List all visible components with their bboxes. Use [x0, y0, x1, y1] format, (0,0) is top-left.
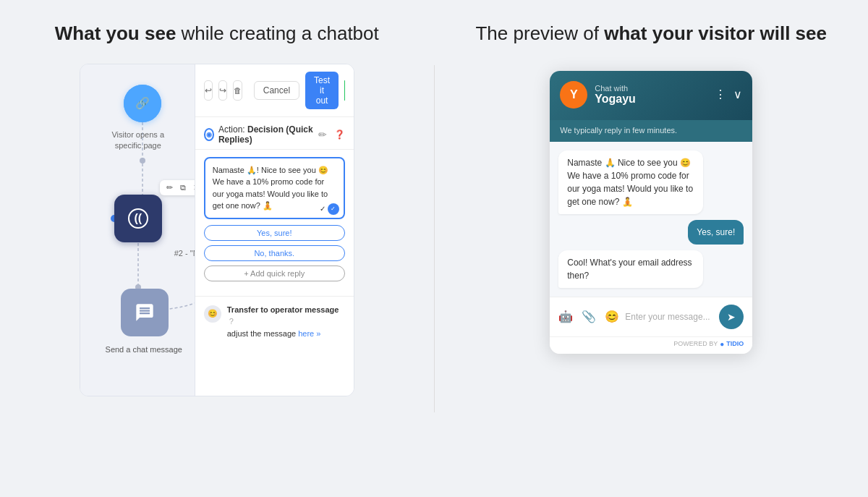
transfer-icon: 😊: [204, 305, 221, 323]
tidio-logo: TIDIO: [726, 340, 744, 347]
right-panel: The preview of what your visitor will se…: [449, 22, 840, 354]
chat-msg-node: [121, 289, 169, 336]
left-heading-bold: What you see: [55, 22, 176, 44]
edit-copy-icon[interactable]: ⧉: [178, 182, 188, 193]
avatar-letter: Y: [570, 88, 578, 101]
left-heading-normal: while creating a chatbot: [182, 22, 379, 44]
delivered-icon: ✓: [320, 203, 326, 214]
yes-sure-button[interactable]: Yes, sure!: [204, 225, 345, 241]
help-decision-icon[interactable]: ❓: [334, 129, 345, 140]
active-indicator: [344, 80, 345, 101]
redo-button[interactable]: ↪: [218, 80, 227, 101]
right-heading: The preview of what your visitor will se…: [475, 22, 827, 46]
message-text: Namaste 🙏! Nice to see you 😊 We have a 1…: [213, 166, 328, 211]
visitor-label: Visitor opens a specific page: [109, 129, 167, 152]
decision-header: ◉ Action: Decision (Quick Replies) ✏ ❓: [195, 117, 354, 150]
edit-pencil-icon[interactable]: ✏: [164, 182, 175, 193]
chat-msg-label: Send a chat message: [101, 345, 187, 354]
cancel-button[interactable]: Cancel: [254, 81, 299, 100]
left-heading: What you see while creating a chatbot: [55, 22, 379, 46]
bot-message-1: Namaste 🙏 Nice to see you 😊 We have a 10…: [558, 150, 703, 214]
right-heading-bold: what your visitor will see: [604, 22, 827, 44]
left-panel: What you see while creating a chatbot: [29, 22, 420, 396]
message-box[interactable]: Namaste 🙏! Nice to see you 😊 We have a 1…: [204, 157, 345, 219]
action-label: Action:: [218, 124, 245, 135]
redo-icon: ↪: [219, 85, 226, 95]
main-container: What you see while creating a chatbot: [0, 0, 868, 497]
message-box-footer: ✓ ✓: [320, 203, 339, 215]
chat-header: Y Chat with Yogayu ⋮ ∨: [550, 71, 752, 120]
user-message-1: Yes, sure!: [688, 220, 744, 245]
action-node: ((: [114, 195, 162, 242]
minimize-icon[interactable]: ∨: [733, 88, 742, 101]
more-options-icon[interactable]: ⋮: [715, 88, 726, 101]
undo-icon: ↩: [205, 85, 212, 95]
action-panel: ↩ ↪ 🗑 Cancel Test it out ◉: [195, 64, 354, 396]
attach-icon[interactable]: 📎: [582, 310, 596, 323]
emoji-bot-icon[interactable]: 🤖: [558, 310, 573, 323]
chat-widget: Y Chat with Yogayu ⋮ ∨ We typically repl…: [550, 71, 752, 354]
chat-subheader: We typically reply in few minutes.: [550, 120, 752, 142]
transfer-text: Transfer to operator message ? adjust th…: [227, 304, 345, 340]
undo-button[interactable]: ↩: [204, 80, 213, 101]
no-thanks-button[interactable]: No, thanks.: [204, 245, 345, 261]
chat-send-button[interactable]: ➤: [719, 305, 744, 329]
chat-footer-icons: 🤖 📎 😊: [558, 310, 619, 323]
right-heading-normal: The preview of: [475, 22, 604, 44]
test-button[interactable]: Test it out: [305, 72, 339, 109]
add-quick-reply-button[interactable]: + Add quick reply: [204, 266, 345, 281]
chat-header-actions: ⋮ ∨: [715, 88, 742, 101]
action-toolbar: ↩ ↪ 🗑 Cancel Test it out: [195, 64, 354, 117]
delete-icon: 🗑: [234, 86, 242, 95]
section-divider: [434, 65, 435, 412]
chat-avatar: Y: [560, 81, 587, 109]
transfer-section: 😊 Transfer to operator message ? adjust …: [195, 296, 354, 347]
chat-input-area: 🤖 📎 😊 Enter your message... ➤: [550, 297, 752, 336]
chat-with-label: Chat with: [595, 84, 707, 93]
powered-by-text: POWERED BY: [673, 340, 718, 347]
send-icon: ➤: [727, 311, 736, 323]
chat-input-placeholder[interactable]: Enter your message...: [625, 312, 713, 322]
transfer-prefix: adjust the message: [227, 329, 298, 338]
chat-messages: Namaste 🙏 Nice to see you 😊 We have a 10…: [550, 142, 752, 297]
chat-header-info: Chat with Yogayu: [595, 84, 707, 106]
edit-decision-icon[interactable]: ✏: [318, 129, 327, 140]
decision-icon: ◉: [204, 128, 214, 141]
decision-body: Namaste 🙏! Nice to see you 😊 We have a 1…: [195, 150, 354, 296]
transfer-link[interactable]: here »: [298, 329, 320, 338]
decision-title: Action: Decision (Quick Replies): [218, 124, 314, 145]
bot-message-2: Cool! What's your email address then?: [558, 250, 703, 288]
transfer-help: ?: [229, 317, 234, 326]
powered-by: POWERED BY ● TIDIO: [673, 340, 744, 348]
builder-mockup: ⬡ 🔗 Visitor opens a specific page (( ✏ ⧉…: [80, 64, 354, 396]
chat-company-name: Yogayu: [595, 93, 707, 106]
svg-point-1: [140, 158, 145, 163]
emoji-icon[interactable]: 😊: [605, 310, 619, 323]
check-icon: ✓: [328, 203, 339, 215]
transfer-label: Transfer to operator message: [227, 305, 339, 314]
delete-button[interactable]: 🗑: [233, 80, 242, 101]
link-icon-circle: 🔗: [124, 85, 161, 122]
